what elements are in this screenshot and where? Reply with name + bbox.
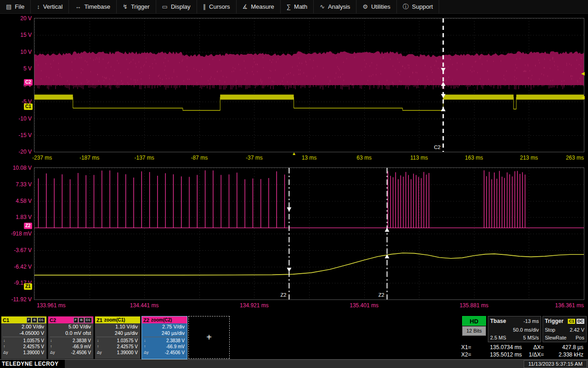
c1-cursor-low-value: 1.03575 V	[23, 338, 44, 344]
main-waveform-plot[interactable]: C2	[34, 18, 584, 152]
zoom-y-axis-label: 10.08 V	[0, 165, 32, 171]
hd-bits-value: 12 Bits	[462, 326, 486, 336]
trigger-source-badge: C1	[568, 319, 575, 324]
menu-support[interactable]: ⓘ Support	[397, 0, 440, 13]
zoom-y-axis-label: 1.83 V	[0, 214, 32, 220]
teledyne-lecroy-logo: TELEDYNE LECROY	[0, 360, 65, 368]
cursors-icon: ∥	[203, 3, 206, 10]
c1-scale-value: 2.00 V/div	[1, 323, 46, 330]
delta-icon: Δy	[97, 350, 104, 356]
status-bar: TELEDYNE LECROY 11/13/2023 5:37:15 AM	[0, 359, 588, 368]
c2-cursor-high-value: -66.9 mV	[72, 344, 91, 350]
x1-label: X1=	[461, 344, 476, 351]
main-x-axis-label: 263 ms	[566, 155, 584, 161]
zoom-y-axis-label: -3.67 V	[0, 247, 32, 253]
menu-support-label: Support	[412, 3, 433, 10]
c1-offset-value: -4.05000 V	[1, 330, 46, 336]
c1-channel-marker[interactable]: C1	[24, 104, 33, 110]
analysis-icon: ∿	[320, 3, 325, 10]
cursor-low-icon: ↓	[3, 338, 11, 344]
c1-descriptor-header: C1 F B D1	[1, 316, 46, 323]
menu-math-label: Math	[294, 3, 307, 10]
zoom-waveform-plot[interactable]: Z2Z2	[34, 168, 584, 299]
c1-cursor-high-row: ↑ 2.42575 V	[1, 344, 46, 350]
c2-descriptor-header: C2 F B D1	[48, 316, 93, 323]
menu-measure[interactable]: ∡ Measure	[237, 0, 281, 13]
inv-dx-value: 2.338 kHz	[546, 351, 583, 358]
trigger-time-marker[interactable]: ▲	[292, 151, 296, 156]
c1-level-marker[interactable]: ◀	[581, 95, 585, 100]
c2-offset-value: 0.0 mV ofst	[48, 330, 93, 336]
menu-measure-label: Measure	[251, 3, 274, 10]
dx-value: 427.8 µs	[546, 344, 583, 351]
vertical-icon: ↕	[37, 3, 40, 10]
add-trace-button[interactable]: +	[188, 316, 230, 359]
zoom-x-axis-label: 134.441 ms	[130, 302, 159, 309]
trigger-level-marker[interactable]: ◀	[581, 71, 585, 76]
trigger-coupling-badge: DC	[577, 319, 584, 324]
c2-label: C2	[50, 317, 56, 323]
x1-value: 135.0734 ms	[476, 344, 522, 351]
trigger-level-value: 2.42 V	[570, 327, 584, 333]
menu-utilities[interactable]: ⚙ Utilities	[356, 0, 397, 13]
menu-math[interactable]: ∑ Math	[281, 0, 314, 13]
main-waveform-grid[interactable]: C2	[34, 18, 584, 152]
menu-timebase[interactable]: ↔ Timebase	[69, 0, 117, 13]
zoom-waveform-grid[interactable]: Z2Z2	[34, 167, 584, 300]
menu-analysis[interactable]: ∿ Analysis	[314, 0, 356, 13]
display-icon: ▭	[162, 3, 168, 10]
main-y-axis-label: -20 V	[0, 149, 32, 155]
bandwidth-badge: B	[79, 317, 84, 323]
main-x-axis-label: 163 ms	[465, 155, 483, 161]
cursor-high-icon: ↑	[97, 344, 104, 350]
c2-scale-value: 5.00 V/div	[48, 323, 93, 330]
c1-label: C1	[3, 317, 9, 323]
support-icon: ⓘ	[403, 3, 409, 11]
menu-utilities-label: Utilities	[371, 3, 390, 10]
z1-trace-marker[interactable]: Z1	[24, 283, 32, 290]
menu-vertical[interactable]: ↕ Vertical	[31, 0, 69, 13]
z1-scale-value: 1.10 V/div	[95, 323, 140, 330]
x2-label: X2=	[461, 351, 476, 358]
menu-trigger[interactable]: ↯ Trigger	[117, 0, 156, 13]
trigger-type-value: SlewRate	[545, 335, 566, 340]
z1-cursor-high-row: ↑ 2.42575 V	[95, 344, 140, 350]
delta-icon: Δy	[3, 350, 11, 356]
cursor-low-icon: ↓	[144, 338, 151, 344]
timebase-descriptor[interactable]: Tbase -13 ms 50.0 ms/div 2.5 MS 5 MS/s	[488, 316, 541, 342]
main-y-axis-label: -15 V	[0, 132, 32, 138]
c1-descriptor[interactable]: C1 F B D1 2.00 V/div -4.05000 V ↓ 1.0357…	[1, 316, 47, 359]
main-y-axis-label: 5 V	[0, 65, 32, 72]
timebase-offset-value: -13 ms	[523, 318, 539, 324]
c2-delta-row: Δy -2.4506 V	[48, 350, 93, 356]
z2-cursor-low-row: ↓ 2.3838 V	[142, 338, 187, 344]
menu-cursors[interactable]: ∥ Cursors	[197, 0, 237, 13]
delta-icon: Δy	[144, 350, 151, 356]
cursor-low-icon: ↓	[50, 338, 57, 344]
z1-descriptor[interactable]: Z1 zoom(C1) 1.10 V/div 240 µs/div ↓ 1.03…	[95, 316, 141, 359]
hd-mode-indicator[interactable]: HD 12 Bits	[462, 316, 486, 336]
z2-descriptor[interactable]: Z2 zoom(C2) 2.75 V/div 240 µs/div ↓ 2.38…	[141, 316, 187, 359]
main-x-axis-label: -87 ms	[191, 155, 208, 161]
c2-descriptor[interactable]: C2 F B D1 5.00 V/div 0.0 mV ofst ↓ 2.383…	[48, 316, 94, 359]
zoom-y-axis-label: -6.42 V	[0, 264, 32, 270]
menu-display[interactable]: ▭ Display	[156, 0, 197, 13]
filter-badge: F	[74, 317, 79, 323]
trigger-icon: ↯	[123, 3, 128, 10]
menu-file[interactable]: ▤ File	[0, 0, 31, 13]
zoom-x-axis-label: 134.921 ms	[240, 302, 269, 309]
trigger-descriptor[interactable]: Trigger C1 DC Stop 2.42 V SlewRate Pos	[543, 316, 587, 342]
z2-descriptor-header: Z2 zoom(C2)	[142, 316, 187, 323]
zoom-x-axis-label: 136.361 ms	[555, 302, 584, 309]
main-x-axis-label: -187 ms	[79, 155, 99, 161]
cursor-readout: X1= 135.0734 ms ΔX= 427.8 µs X2= 135.501…	[461, 344, 587, 358]
menu-vertical-label: Vertical	[43, 3, 63, 10]
z2-source-label: zoom(C2)	[151, 317, 172, 322]
plus-icon: +	[206, 332, 212, 343]
c2-channel-marker[interactable]: C2	[24, 79, 33, 86]
zoom-y-axis-label: 7.33 V	[0, 181, 32, 188]
main-y-axis-label: 20 V	[0, 15, 32, 22]
divider	[96, 337, 139, 337]
z2-trace-marker[interactable]: Z2	[24, 223, 32, 229]
trigger-title: Trigger	[545, 318, 564, 324]
